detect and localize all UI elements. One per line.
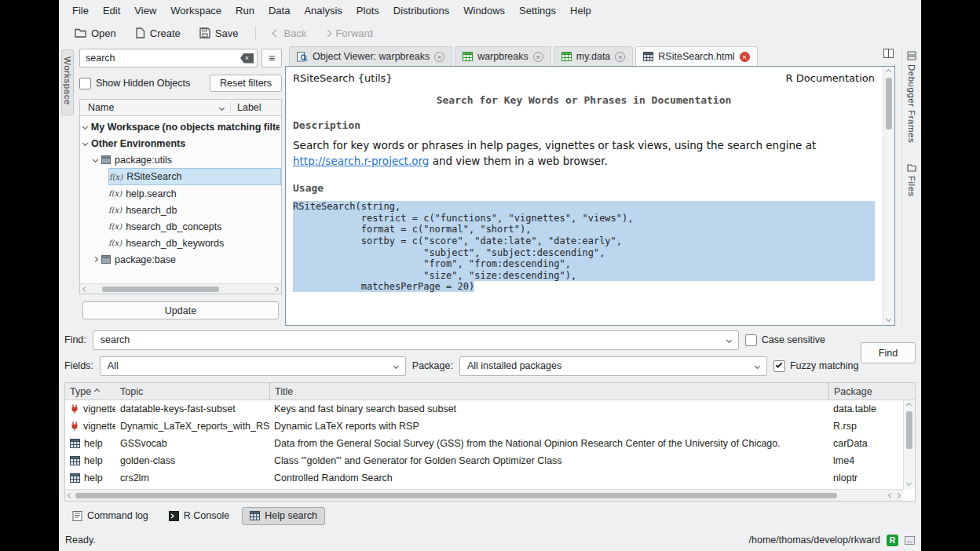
tab-files[interactable]: Files [907,163,916,197]
scroll-right-icon[interactable] [273,286,279,291]
find-button[interactable]: Find [861,342,916,363]
back-button[interactable]: Back [265,25,314,42]
scroll-right-icon[interactable] [895,492,901,498]
case-sensitive-checkbox[interactable]: Case sensitive [745,334,825,346]
show-hidden-objects-checkbox[interactable]: Show Hidden Objects [79,78,190,89]
tree-item-package-utils[interactable]: package:utils [93,151,281,168]
collapse-icon[interactable] [93,157,98,162]
scroll-up-icon[interactable] [886,69,891,75]
tab-workspace[interactable]: Workspace [61,49,74,115]
close-tab-icon[interactable]: × [740,52,750,62]
tree-item-help-search[interactable]: f(x) help.search [108,185,281,202]
collapse-icon[interactable] [82,140,88,146]
menu-run[interactable]: Run [229,2,261,19]
scrollbar-thumb[interactable] [75,493,837,498]
result-row[interactable]: help golden-class Class '"golden"' and G… [65,452,903,469]
object-search-input[interactable] [86,53,240,64]
column-header-package[interactable]: Package [828,383,915,400]
menu-distributions[interactable]: Distributions [386,2,457,19]
chevron-down-icon[interactable] [755,363,760,368]
results-vertical-scrollbar[interactable] [903,400,915,489]
column-header-type[interactable]: Type [65,383,115,400]
checkbox-box [745,334,757,346]
rkward-window: File Edit View Workspace Run Data Analys… [59,0,921,551]
document-vertical-scrollbar[interactable] [883,67,894,325]
tab-object-viewer-warpbreaks[interactable]: Object Viewer: warpbreaks × [289,46,452,66]
scroll-up-icon[interactable] [906,403,912,408]
update-button[interactable]: Update [82,301,279,319]
save-button[interactable]: Save [192,25,247,42]
tree-item-my-workspace[interactable]: My Workspace (no objects matching filter… [83,119,281,135]
scroll-left-icon[interactable] [68,492,73,498]
scroll-down-icon[interactable] [886,316,891,322]
result-row[interactable]: vignette datatable-keys-fast-subset Keys… [65,400,903,418]
scrollbar-thumb[interactable] [906,411,912,449]
split-view-icon[interactable] [883,49,894,58]
tree-horizontal-scrollbar[interactable] [80,283,281,294]
results-horizontal-scrollbar[interactable] [65,489,903,501]
menu-workspace[interactable]: Workspace [163,2,229,19]
find-input[interactable] [101,334,719,345]
menu-plots[interactable]: Plots [349,2,386,19]
label-column-header[interactable]: Label [231,102,261,113]
menu-help[interactable]: Help [563,2,598,19]
checkbox-box [773,360,785,372]
tab-rsitesearch-html[interactable]: RSiteSearch.html × [635,46,757,66]
tree-item-hsearch-db-keywords[interactable]: f(x) hsearch_db_keywords [108,235,281,251]
result-row[interactable]: vignette Dynamic_LaTeX_reports_with_RSP … [65,418,903,435]
close-tab-icon[interactable]: × [533,52,543,62]
menu-analysis[interactable]: Analysis [297,2,349,19]
find-combobox[interactable] [93,330,739,350]
column-header-title[interactable]: Title [269,383,828,400]
code-line: RSiteSearch(string, [293,201,875,213]
menu-data[interactable]: Data [261,2,297,19]
chevron-down-icon[interactable] [726,337,732,342]
result-row[interactable]: help GSSvocab Data from the General Soci… [65,435,903,452]
chevron-down-icon[interactable] [393,363,399,368]
name-column-header[interactable]: Name [80,102,231,113]
tab-r-console[interactable]: R Console [161,507,237,525]
scroll-left-icon[interactable] [82,286,88,291]
object-search-box[interactable]: × [79,49,258,68]
tree-item-rsitesearch[interactable]: f(x) RSiteSearch [108,168,281,185]
help-page-icon [643,52,653,61]
tab-command-log[interactable]: Command log [64,507,156,525]
result-row[interactable]: help crs2lm Controlled Random Search nlo… [65,469,903,487]
open-button[interactable]: Open [67,25,124,42]
close-tab-icon[interactable]: × [615,52,625,62]
menu-edit[interactable]: Edit [96,2,127,19]
menu-file[interactable]: File [65,2,96,19]
menu-view[interactable]: View [127,2,163,19]
tab-help-search[interactable]: Help search [242,507,325,525]
clear-search-icon[interactable]: × [240,53,254,64]
fields-combobox[interactable]: All [100,356,406,376]
package-combobox[interactable]: All installed packages [459,356,767,376]
tab-my-data[interactable]: my.data × [554,46,634,66]
reset-filters-button[interactable]: Reset filters [210,75,282,92]
column-header-topic[interactable]: Topic [115,383,269,400]
forward-button[interactable]: Forward [317,25,381,42]
tab-debugger-frames[interactable]: Debugger Frames [907,51,916,143]
scrollbar-thumb[interactable] [102,286,218,292]
statusbar-toggle-icon[interactable] [905,536,915,545]
create-button[interactable]: Create [127,25,188,42]
fuzzy-matching-checkbox[interactable]: Fuzzy matching [773,360,859,372]
menu-settings[interactable]: Settings [512,2,563,19]
tree-item-hsearch-db-concepts[interactable]: f(x) hsearch_db_concepts [108,218,281,235]
menu-windows[interactable]: Windows [456,2,512,19]
tree-item-hsearch-db[interactable]: f(x) hsearch_db [108,202,281,218]
tree-item-other-environments[interactable]: Other Environments [83,135,281,151]
folder-icon [907,163,916,172]
vignette-icon [70,421,79,431]
scroll-left-icon[interactable] [888,492,894,498]
search-r-project-link[interactable]: http://search.r-project.org [293,155,429,167]
tree-item-package-base[interactable]: package:base [93,251,281,268]
filter-options-button[interactable]: ≡ [261,49,282,68]
tab-warpbreaks[interactable]: warpbreaks × [455,46,551,66]
scroll-down-icon[interactable] [906,480,912,486]
scrollbar-thumb[interactable] [886,78,892,130]
close-tab-icon[interactable]: × [434,52,444,62]
function-icon: f(x) [108,239,122,247]
expand-icon[interactable] [93,257,98,262]
collapse-icon[interactable] [82,124,88,130]
